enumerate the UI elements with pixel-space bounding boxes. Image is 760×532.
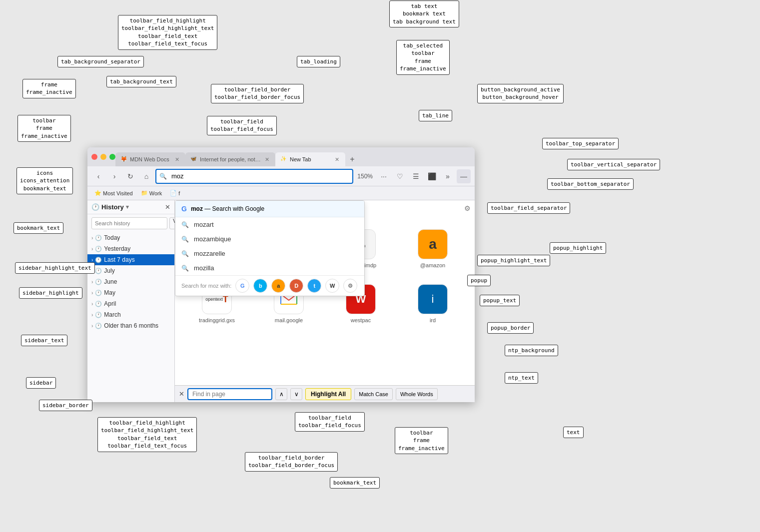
tab-close-mdn[interactable]: ✕ [173, 156, 180, 163]
sidebar-item-may[interactable]: › 🕐 May [87, 287, 174, 298]
more-button[interactable]: ··· [377, 169, 391, 183]
annotation-sidebar-highlight: sidebar_highlight [19, 287, 82, 299]
sidebar-arrow-last7: › [91, 257, 93, 263]
sidebar-item-older[interactable]: › 🕐 Older than 6 months [87, 320, 174, 331]
overflow-button[interactable]: — [457, 169, 471, 183]
find-prev-button[interactable]: ∧ [275, 388, 287, 400]
address-bar-container: 🔍 [155, 169, 353, 184]
find-close-button[interactable]: ✕ [179, 390, 184, 398]
search-engine-google[interactable]: G [235, 279, 249, 293]
autocomplete-dropdown: G moz — Search with Google 🔍 mozart 🔍 mo… [175, 200, 365, 296]
sidebar-toggle-button[interactable]: ⬛ [425, 169, 439, 183]
sidebar-item-july[interactable]: › 🕐 July [87, 265, 174, 276]
sidebar-item-june[interactable]: › 🕐 June [87, 276, 174, 287]
sidebar-item-yesterday[interactable]: › 🕐 Yesterday [87, 243, 174, 254]
tab-close-mozilla[interactable]: ✕ [263, 156, 270, 163]
annotation-popup: popup [467, 275, 491, 286]
find-next-button[interactable]: ∨ [290, 388, 302, 400]
reader-button[interactable]: ☰ [409, 169, 423, 183]
sidebar-item-today[interactable]: › 🕐 Today [87, 232, 174, 243]
tab-newtab[interactable]: ✨ New Tab ✕ [275, 152, 345, 166]
find-wholewords-button[interactable]: Whole Words [396, 388, 438, 400]
find-matchcase-button[interactable]: Match Case [354, 388, 393, 400]
browser-window: 🦊 MDN Web Docs ✕ 🦋 Internet for people, … [87, 147, 475, 402]
search-engine-wiki[interactable]: W [325, 279, 339, 293]
search-engine-bing[interactable]: b [253, 279, 267, 293]
tab-title-mdn: MDN Web Docs [130, 156, 171, 162]
sidebar-title-text: History [101, 203, 124, 211]
sidebar-icon-march: 🕐 [95, 312, 102, 318]
bookmark-label-f: f [178, 190, 180, 196]
bookmark-f[interactable]: 📄 f [167, 189, 183, 197]
find-highlight-button[interactable]: Highlight All [305, 388, 351, 400]
autocomplete-item-mozzarelle[interactable]: 🔍 mozzarelle [175, 246, 364, 261]
tab-mdn[interactable]: 🦊 MDN Web Docs ✕ [115, 152, 185, 166]
annotation-button-bg: button_background_active button_backgrou… [477, 84, 564, 103]
bookmark-icon-mostvisited: ⭐ [94, 190, 101, 196]
autocomplete-item-mozart[interactable]: 🔍 mozart [175, 217, 364, 232]
main-content-area: ⚙ T trello G @google B [175, 200, 475, 402]
annotation-toolbar-field-highlight: toolbar_field_highlight toolbar_field_hi… [118, 15, 217, 50]
sidebar-label-march: March [104, 311, 120, 318]
sidebar-search-input[interactable] [91, 217, 167, 229]
reload-button[interactable]: ↻ [123, 169, 137, 183]
annotation-popup-border: popup_border [487, 322, 534, 334]
bookmark-icon-work: 📁 [141, 190, 148, 196]
address-input[interactable] [155, 169, 353, 184]
maximize-window-button[interactable] [109, 154, 115, 160]
customize-button[interactable]: » [441, 169, 455, 183]
autocomplete-top-item[interactable]: G moz — Search with Google [175, 201, 364, 217]
bookmarks-bar: ⭐ Most Visited 📁 Work 📄 f [87, 186, 475, 200]
sidebar-icon-july: 🕐 [95, 268, 102, 274]
autocomplete-text-mozzarelle: mozzarelle [194, 250, 225, 257]
close-window-button[interactable] [91, 154, 97, 160]
sidebar-icon-last7: 🕐 [95, 257, 102, 263]
forward-button[interactable]: › [107, 169, 121, 183]
annotation-sidebar-border: sidebar_border [39, 400, 92, 411]
home-button[interactable]: ⌂ [139, 169, 153, 183]
sidebar-items-list: › 🕐 Today › 🕐 Yesterday › 🕐 Last 7 days [87, 232, 174, 402]
search-engine-twitter[interactable]: t [307, 279, 321, 293]
tab-close-newtab[interactable]: ✕ [333, 156, 340, 163]
sidebar-title: 🕐 History ▾ [91, 203, 129, 211]
sidebar-icon-june: 🕐 [95, 279, 102, 285]
tab-mozilla[interactable]: 🦋 Internet for people, not profit - ✕ [185, 152, 275, 166]
ntp-label-amazon: @amazon [420, 262, 445, 268]
search-engine-amazon[interactable]: a [271, 279, 285, 293]
autocomplete-item-mozilla[interactable]: 🔍 mozilla [175, 261, 364, 275]
google-g-icon: G [181, 205, 187, 213]
tab-favicon-mozilla: 🦋 [190, 156, 197, 163]
annotation-ntp-text: ntp_text [505, 372, 538, 384]
new-tab-button[interactable]: + [345, 152, 359, 166]
zoom-display: 150% [355, 173, 375, 180]
annotation-tab-text: tab text bookmark text tab background te… [389, 0, 459, 27]
bookmark-work[interactable]: 📁 Work [138, 189, 165, 197]
ntp-site-ird[interactable]: i ird [401, 280, 465, 327]
sidebar-item-april[interactable]: › 🕐 April [87, 298, 174, 309]
bookmark-most-visited[interactable]: ⭐ Most Visited [91, 189, 136, 197]
sidebar-label-yesterday: Yesterday [104, 245, 130, 252]
ntp-favicon-ird: i [418, 284, 448, 314]
sidebar-item-march[interactable]: › 🕐 March [87, 309, 174, 320]
ntp-settings-icon[interactable]: ⚙ [464, 204, 471, 212]
sidebar-item-last7[interactable]: › 🕐 Last 7 days [87, 254, 174, 265]
annotation-toolbar-field-sep: toolbar_field_separator [487, 202, 570, 214]
search-engine-duck[interactable]: D [289, 279, 303, 293]
search-engine-settings[interactable]: ⚙ [343, 279, 357, 293]
autocomplete-item-mozambique[interactable]: 🔍 mozambique [175, 232, 364, 246]
annotation-popup-highlight: popup_highlight [550, 242, 606, 254]
ntp-site-amazon[interactable]: a @amazon [401, 225, 465, 272]
tab-favicon-mdn: 🦊 [120, 156, 127, 163]
bookmarks-button[interactable]: ♡ [393, 169, 407, 183]
sidebar-arrow-older: › [91, 323, 93, 329]
annotation-popup-text: popup_text [480, 295, 520, 306]
sidebar-arrow-may: › [91, 290, 93, 296]
minimize-window-button[interactable] [100, 154, 106, 160]
bookmark-icon-f: 📄 [170, 190, 177, 196]
annotation-bookmark-text-left: bookmark_text [13, 222, 63, 234]
ntp-label-ird: ird [430, 317, 436, 323]
sidebar-close-button[interactable]: ✕ [165, 203, 170, 211]
annotation-tab-line: tab_line [419, 110, 452, 121]
find-input[interactable] [187, 388, 272, 400]
back-button[interactable]: ‹ [91, 169, 105, 183]
